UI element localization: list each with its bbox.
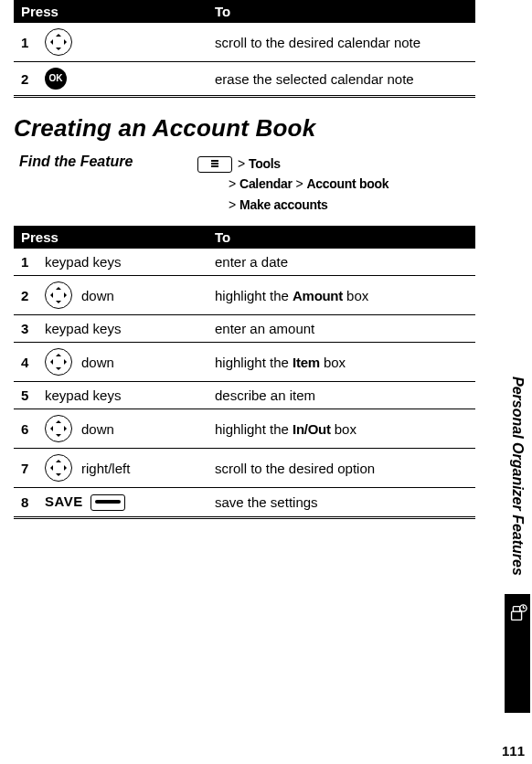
page-number: 111 bbox=[502, 743, 525, 759]
table1-row1-press bbox=[37, 23, 207, 62]
section-heading: Creating an Account Book bbox=[14, 114, 495, 143]
find-feature-path: > Tools > Calendar > Account book > Make… bbox=[197, 154, 388, 215]
nav-4way-icon bbox=[45, 454, 72, 482]
table1-row2-press: OK bbox=[37, 62, 207, 97]
t2r5-press: keypad keys bbox=[37, 382, 207, 409]
nav-4way-icon bbox=[45, 348, 72, 376]
table1-header-to: To bbox=[207, 0, 475, 23]
t2r8-to: save the settings bbox=[207, 488, 475, 518]
sidebar: Personal Organizer Features bbox=[503, 0, 532, 713]
t2r1-to: enter a date bbox=[207, 249, 475, 276]
table1-row2-num: 2 bbox=[14, 62, 37, 97]
organizer-icon bbox=[507, 603, 527, 623]
nav-4way-icon bbox=[45, 281, 72, 309]
svg-rect-0 bbox=[512, 611, 522, 620]
softkey-icon bbox=[90, 494, 125, 511]
t2r2-num: 2 bbox=[14, 276, 37, 315]
table1-row1-to: scroll to the desired calendar note bbox=[207, 23, 475, 62]
t2r1-press: keypad keys bbox=[37, 249, 207, 276]
find-feature-block: Find the Feature > Tools > Calendar > Ac… bbox=[14, 154, 475, 215]
press-to-table-2: Press To 1 keypad keys enter a date 2 do… bbox=[14, 226, 475, 519]
t2r6-to: highlight the In/Out box bbox=[207, 409, 475, 449]
t2r8-press: SAVE bbox=[37, 488, 207, 518]
ok-icon: OK bbox=[45, 68, 67, 90]
table1-row1-num: 1 bbox=[14, 23, 37, 62]
t2r2-to: highlight the Amount box bbox=[207, 276, 475, 315]
sidebar-tab bbox=[505, 594, 530, 713]
t2r4-to: highlight the Item box bbox=[207, 343, 475, 382]
t2r6-num: 6 bbox=[14, 409, 37, 449]
table1-header-press: Press bbox=[14, 0, 207, 23]
t2r8-num: 8 bbox=[14, 488, 37, 518]
t2r7-to: scroll to the desired option bbox=[207, 449, 475, 488]
t2r3-press: keypad keys bbox=[37, 315, 207, 343]
table2-header-to: To bbox=[207, 226, 475, 249]
t2r1-num: 1 bbox=[14, 249, 37, 276]
t2r7-num: 7 bbox=[14, 449, 37, 488]
path-tools: Tools bbox=[249, 156, 281, 171]
t2r6-press: down bbox=[37, 409, 207, 449]
svg-rect-1 bbox=[513, 607, 519, 612]
sidebar-section-label: Personal Organizer Features bbox=[509, 377, 526, 576]
t2r3-to: enter an amount bbox=[207, 315, 475, 343]
t2r4-num: 4 bbox=[14, 343, 37, 382]
table1-row2-to: erase the selected calendar note bbox=[207, 62, 475, 97]
t2r5-num: 5 bbox=[14, 382, 37, 409]
find-feature-label: Find the Feature bbox=[14, 154, 197, 215]
nav-4way-icon bbox=[45, 415, 72, 442]
t2r7-press: right/left bbox=[37, 449, 207, 488]
nav-4way-icon bbox=[45, 28, 72, 56]
t2r5-to: describe an item bbox=[207, 382, 475, 409]
t2r2-press: down bbox=[37, 276, 207, 315]
press-to-table-1: Press To 1 scroll to the desired calenda… bbox=[14, 0, 475, 98]
path-account-book: Account book bbox=[307, 176, 389, 191]
t2r4-press: down bbox=[37, 343, 207, 382]
table2-header-press: Press bbox=[14, 226, 207, 249]
path-make-accounts: Make accounts bbox=[239, 197, 327, 212]
t2r3-num: 3 bbox=[14, 315, 37, 343]
menu-key-icon bbox=[197, 156, 232, 173]
path-calendar: Calendar bbox=[239, 176, 293, 191]
